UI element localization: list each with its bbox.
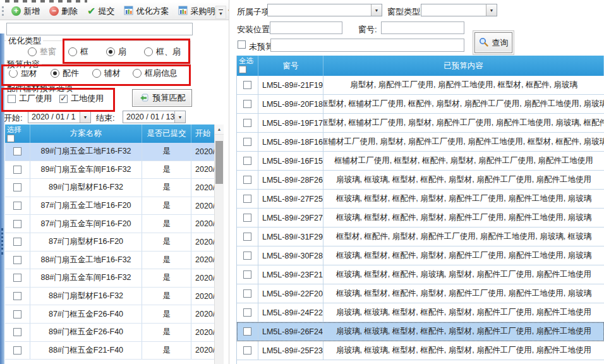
row-checkbox[interactable] (243, 308, 251, 317)
table-row[interactable]: LM5L-89#-24F22 扇玻璃, 框玻璃, 框型材, 框配件, 扇型材, … (237, 303, 604, 322)
window-no-column-header[interactable]: 窗号 (258, 56, 323, 76)
row-checkbox[interactable] (243, 100, 251, 108)
row-checkbox[interactable] (243, 252, 251, 260)
table-row[interactable]: 89#门扇五金工地F16-F32 是 2020/0 (5, 143, 215, 161)
plan-table-scrollbar[interactable]: ▲ (214, 124, 224, 364)
row-checkbox[interactable] (243, 289, 251, 298)
table-row[interactable]: LM5L-89#-16F15 框辅材工厂使用, 框型材, 框配件, 扇型材, 扇… (237, 152, 604, 171)
table-row[interactable]: LM5L-89#-29F27 框玻璃, 框型材, 框配件, 扇型材, 扇配件工厂… (237, 209, 604, 228)
radio-icon[interactable] (51, 69, 59, 78)
row-checkbox[interactable] (243, 327, 251, 336)
chevron-down-icon[interactable]: ▼ (174, 111, 185, 123)
plan-name-column-header[interactable]: 方案名称 (30, 124, 142, 143)
radio-option[interactable]: 配件 (51, 68, 79, 79)
select-all-checkbox[interactable] (7, 135, 15, 142)
start-date-picker[interactable]: 2020 / 01 / 1 ▼ (28, 111, 91, 123)
table-row[interactable]: LM5L-89#-28F26 扇玻璃, 框玻璃, 框型材, 框配件, 扇型材, … (237, 171, 604, 190)
table-row[interactable]: LM5L-89#-26F24 扇玻璃, 框玻璃, 框型材, 框配件, 扇型材, … (237, 322, 604, 341)
radio-option[interactable]: 扇 (106, 46, 126, 58)
sub-item-select[interactable]: ▼ (267, 4, 382, 16)
table-row[interactable]: LM5L-89#-31F29 框型材, 框配件, 扇型材, 扇配件工厂使用, 扇… (237, 228, 604, 246)
table-row[interactable]: LM5L-89#-22F20 框玻璃, 框型材, 框配件, 扇型材, 扇配件工厂… (237, 284, 604, 303)
select-all-checkbox[interactable] (239, 66, 246, 73)
checkbox-icon[interactable] (59, 95, 68, 103)
add-button[interactable]: + 新增 (8, 4, 44, 18)
row-checkbox[interactable] (13, 147, 21, 155)
budget-match-button[interactable]: 预算匹配 (132, 89, 192, 107)
table-row[interactable]: LM5L-89#-30F28 框玻璃, 框型材, 框配件, 扇型材, 扇配件工厂… (237, 246, 604, 265)
row-checkbox[interactable] (13, 183, 21, 191)
scroll-up-icon[interactable]: ▲ (215, 124, 224, 135)
row-checkbox[interactable] (13, 310, 21, 318)
row-checkbox[interactable] (13, 292, 21, 300)
end-date-picker[interactable]: 2020 / 01 / 13 ▼ (123, 111, 186, 123)
row-checkbox[interactable] (13, 202, 21, 210)
submitted-column-header[interactable]: 是否已提交 (142, 124, 191, 143)
table-row[interactable]: 87#门扇型材F16-F20 是 2020/0 (5, 233, 215, 252)
radio-option[interactable]: 整窗 (28, 46, 56, 58)
start-column-header[interactable]: 开始 (191, 124, 215, 143)
row-checkbox[interactable] (243, 346, 251, 355)
row-checkbox[interactable] (13, 328, 21, 336)
chevron-down-icon[interactable]: ▼ (371, 4, 382, 16)
row-checkbox[interactable] (243, 233, 251, 241)
radio-option[interactable]: 辅材 (92, 68, 121, 79)
checkbox-option[interactable]: 工地使用 (59, 93, 104, 104)
toolbar-grip[interactable] (2, 6, 4, 16)
row-checkbox[interactable] (13, 220, 21, 228)
row-checkbox[interactable] (243, 138, 251, 146)
radio-option[interactable]: 框、扇 (144, 46, 181, 58)
chevron-down-icon[interactable]: ▼ (80, 111, 90, 123)
table-row[interactable]: 88#门扇型材F16-F32 是 2020/0 (5, 288, 215, 306)
radio-option[interactable]: 框 (68, 46, 88, 58)
row-checkbox[interactable] (243, 157, 251, 165)
radio-icon[interactable] (28, 47, 37, 56)
window-no-input[interactable] (381, 21, 464, 34)
row-checkbox[interactable] (13, 274, 21, 282)
submit-button[interactable]: ✔ 提交 (83, 4, 118, 18)
table-row[interactable]: 87#门扇五金车间F16-F20 是 2020/0 (5, 215, 215, 233)
row-checkbox[interactable] (13, 346, 21, 355)
optimize-plan-button[interactable]: 优化方案 (120, 4, 172, 18)
chevron-down-icon[interactable]: ▼ (486, 4, 497, 16)
table-row[interactable]: 89#门扇型材F16-F32 是 2020/0 (5, 179, 215, 197)
delete-button[interactable]: − 删除 (45, 4, 82, 18)
scrollbar-thumb[interactable] (215, 141, 223, 184)
radio-option[interactable]: 框扇信息 (133, 68, 178, 79)
row-checkbox[interactable] (13, 256, 21, 264)
radio-icon[interactable] (133, 69, 142, 78)
purchase-detail-button[interactable]: 采购明细 ▼ (174, 4, 236, 18)
table-row[interactable]: LM5L-89#-20F18 框型材, 框辅材工厂使用, 框配件, 扇型材, 扇… (237, 95, 604, 114)
table-row[interactable]: 87#门扇五金工地F16-F20 是 2020/0 (5, 197, 215, 215)
radio-icon[interactable] (144, 47, 153, 56)
radio-icon[interactable] (92, 69, 101, 78)
splitter-grip[interactable] (1, 228, 3, 255)
radio-icon[interactable] (9, 69, 18, 78)
checkbox-option[interactable]: 工厂使用 (8, 93, 52, 104)
row-checkbox[interactable] (243, 270, 251, 279)
checkbox-icon[interactable] (8, 95, 16, 103)
table-row[interactable]: 88#门框五金F21-F40 是 2020/0 (5, 342, 215, 360)
table-row[interactable]: LM5L-89#-25F23 扇玻璃, 框玻璃, 框型材, 框配件, 扇型材, … (237, 341, 604, 360)
window-type-select[interactable]: ▼ (421, 4, 497, 16)
row-checkbox[interactable] (243, 119, 251, 127)
table-row[interactable]: LM5L-89#-18F16 框辅材工厂使用, 扇型材, 扇配件工厂使用, 扇配… (237, 133, 604, 152)
plan-search-input[interactable] (6, 23, 193, 35)
table-row[interactable]: 88#门扇五金车间F16-F32 是 2020/0 (5, 269, 215, 288)
table-row[interactable]: 89#门扇五金车间F16-F32 是 2020/0 (5, 161, 215, 179)
not-budgeted-checkbox[interactable] (238, 40, 246, 49)
table-row[interactable]: 88#门扇五金工地F16-F32 是 2020/0 (5, 252, 215, 270)
table-row[interactable]: 87#门框五金F26-F40 是 2020/0 (5, 305, 215, 324)
row-checkbox[interactable] (243, 81, 251, 89)
row-checkbox[interactable] (13, 238, 21, 246)
row-checkbox[interactable] (243, 195, 251, 203)
row-checkbox[interactable] (243, 176, 251, 184)
budgeted-content-column-header[interactable]: 已预算内容 (323, 56, 604, 76)
radio-icon[interactable] (106, 47, 115, 56)
table-row[interactable]: LM5L-89#-23F21 框玻璃, 框型材, 框配件, 扇玻璃, 扇型材, … (237, 265, 604, 284)
radio-icon[interactable] (68, 47, 77, 56)
install-position-input[interactable] (270, 21, 342, 34)
table-row[interactable]: LM5L-89#-27F25 框玻璃, 框型材, 框配件, 扇型材, 扇配件工厂… (237, 190, 604, 209)
table-row[interactable]: LM5L-89#-21F19 扇型材, 扇配件工厂使用, 扇配件工地使用, 框型… (237, 76, 604, 95)
row-checkbox[interactable] (243, 214, 251, 222)
